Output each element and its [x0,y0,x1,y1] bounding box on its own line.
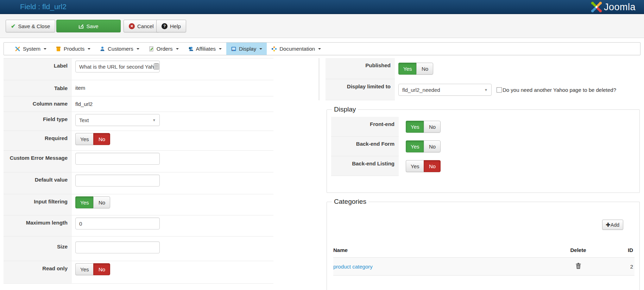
monitor-icon [231,46,236,52]
form-row-display-limited: Display limited to fld_url2_needed ▼ Do … [326,79,640,100]
form-row-back-end-form: Back-end Form Yes No [331,137,635,156]
chevron-down-icon [318,48,321,50]
form-row-label: Label [4,58,273,80]
read-only-yes-button[interactable]: Yes [75,263,93,275]
form-row-table: Table item [4,80,273,96]
size-input[interactable] [75,241,160,253]
categories-table: Name Delete ID product category [333,244,634,276]
back-end-listing-yes-button[interactable]: Yes [406,160,424,172]
save-close-button[interactable]: ✔ Save & Close [6,20,55,32]
select-caret-icon: ▼ [152,118,156,122]
chevron-down-icon [88,48,90,50]
front-end-no-button[interactable]: No [424,121,441,133]
back-end-form-no-button[interactable]: No [424,140,441,152]
select-caret-icon: ▼ [484,88,488,92]
input-filtering-toggle: Yes No [75,196,110,208]
form-row-size: Size [4,237,273,261]
back-end-listing-toggle: Yes No [406,160,441,172]
published-toggle: Yes No [398,63,433,75]
chevron-down-icon [219,48,222,50]
published-yes-button[interactable]: Yes [398,63,416,75]
publish-settings: Published Yes No Display limited to fld_… [326,58,640,100]
page-title: Field : fld_url2 [20,2,67,11]
cancel-button[interactable]: ✕ Cancel [124,20,159,32]
joomla-logo: Joomla [591,1,636,13]
cancel-icon: ✕ [129,23,135,29]
category-id: 2 [610,264,634,270]
edit-icon [78,24,84,29]
maximum-length-input[interactable] [75,218,160,229]
field-type-select[interactable]: Text ▼ [75,114,160,126]
main-menu: System Products Customers Orders [4,42,640,55]
chevron-down-icon [259,48,262,50]
form-row-default-value: Default value [4,172,273,194]
menu-item-documentation[interactable]: Documentation [267,43,326,55]
input-overflow-icon [154,63,159,70]
form-row-custom-error: Custom Error Message [4,151,273,172]
categories-table-header: Name Delete ID [333,244,634,257]
pinwheel-icon [271,46,277,52]
box-icon [56,46,61,52]
published-no-button[interactable]: No [416,63,433,75]
required-yes-button[interactable]: Yes [75,133,93,145]
column-header-delete: Delete [547,247,610,253]
user-icon [100,46,105,52]
users-icon [188,46,194,52]
table-value: item [75,82,85,91]
chevron-down-icon [137,48,139,50]
help-button[interactable]: ? Help [156,20,186,32]
panel-divider [319,58,319,100]
page: Field : fld_url2 Joomla ✔ Save & Close [0,0,644,290]
joomla-logo-icon [591,1,602,13]
form-row-maximum-length: Maximum length [4,215,273,237]
input-filtering-no-button[interactable]: No [93,196,110,208]
menu-item-affiliates[interactable]: Affiliates [183,43,226,55]
form-row-input-filtering: Input filtering Yes No [4,194,273,215]
label-input[interactable] [75,61,160,72]
custom-error-input[interactable] [75,153,160,165]
form-row-back-end-listing: Back-end Listing Yes No [331,156,635,176]
categories-fieldset: Categories ✚ Add Name Delete ID product … [327,198,640,290]
form-row-read-only: Read only Yes No [4,261,273,284]
back-end-listing-no-button[interactable]: No [424,160,441,172]
column-header-id: ID [610,247,634,253]
back-end-form-yes-button[interactable]: Yes [406,140,424,152]
category-row: product category 2 [333,257,634,276]
menu-item-orders[interactable]: Orders [144,43,183,55]
joomla-logo-text: Joomla [604,2,636,13]
document-icon [149,46,154,52]
tools-icon [15,46,20,52]
column-header-name: Name [333,247,547,253]
read-only-no-button[interactable]: No [93,263,110,275]
display-limited-checkbox[interactable] [497,87,502,93]
menu-item-display[interactable]: Display [226,43,267,55]
form-row-field-type: Field type Text ▼ [4,112,273,131]
form-row-column-name: Column name fld_url2 [4,96,273,112]
trash-icon[interactable] [576,263,581,269]
menu-item-system[interactable]: System [10,43,51,55]
field-settings-form: Label Table item Column name fld_url2 Fi… [4,58,273,284]
check-icon: ✔ [11,23,15,30]
required-toggle: Yes No [75,133,110,145]
display-limited-select[interactable]: fld_url2_needed ▼ [398,84,492,96]
save-button[interactable]: Save [56,20,121,32]
input-filtering-yes-button[interactable]: Yes [75,196,93,208]
plus-icon: ✚ [606,222,611,228]
required-no-button[interactable]: No [93,133,110,145]
menu-item-customers[interactable]: Customers [95,43,144,55]
categories-fieldset-legend: Categories [332,198,368,206]
chevron-down-icon [44,48,46,50]
menu-item-products[interactable]: Products [51,43,95,55]
front-end-yes-button[interactable]: Yes [406,121,424,133]
column-name-value: fld_url2 [75,99,93,107]
read-only-toggle: Yes No [75,263,110,275]
chevron-down-icon [176,48,179,50]
form-row-required: Required Yes No [4,131,273,151]
display-limited-checkbox-label: Do you need another Yahoo page to be del… [503,87,616,93]
help-icon: ? [162,23,168,29]
add-category-button[interactable]: ✚ Add [602,220,624,230]
front-end-toggle: Yes No [406,121,441,133]
display-fieldset: Display Front-end Yes No Back-end Form Y… [327,106,640,193]
default-value-input[interactable] [75,175,160,187]
category-link[interactable]: product category [333,264,373,270]
